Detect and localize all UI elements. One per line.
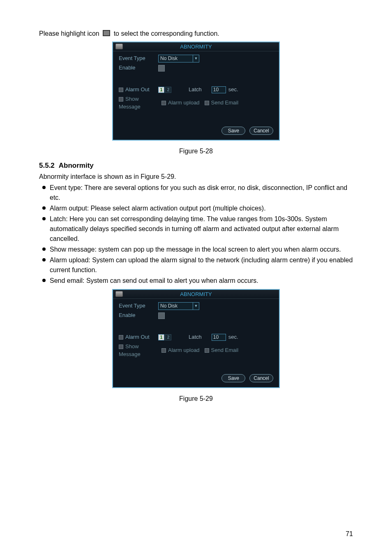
enable-toggle[interactable] [158, 65, 165, 72]
alarm-out-2[interactable]: 2 [165, 334, 171, 340]
alarm-upload-row: Alarm upload [161, 347, 200, 354]
send-email-label: Send Email [211, 99, 238, 106]
show-message-row: Show Message [119, 95, 161, 111]
highlight-icon [103, 30, 110, 36]
figure-5-29-caption: Figure 5-29 [39, 394, 353, 403]
dialog-titlebar: ABNORMITY [113, 290, 279, 299]
figure-5-28: ABNORMITY Event Type No Disk ▼ Enable [39, 42, 353, 141]
section-title: Abnormity [59, 161, 94, 171]
send-email-row: Send Email [205, 99, 238, 107]
latch-label: Latch [189, 86, 202, 94]
alarm-upload-label: Alarm upload [168, 99, 200, 106]
section-heading: 5.5.2 Abnormity [39, 161, 353, 171]
sec-label: sec. [228, 86, 238, 94]
event-type-value: No Disk [160, 303, 178, 309]
page-number: 71 [346, 529, 353, 539]
alarm-upload-checkbox[interactable] [161, 101, 166, 105]
intro-before: Please highlight icon [39, 30, 99, 37]
event-type-select[interactable]: No Disk ▼ [158, 55, 199, 62]
latch-input[interactable]: 10 [212, 334, 226, 341]
alarm-upload-label: Alarm upload [168, 347, 200, 353]
alarm-out-row: Alarm Out [119, 333, 158, 341]
save-button[interactable]: Save [221, 374, 245, 382]
show-message-checkbox[interactable] [119, 345, 123, 349]
send-email-row: Send Email [205, 347, 238, 354]
list-item: Alarm output: Please select alarm activa… [50, 204, 353, 213]
event-type-select[interactable]: No Disk ▼ [158, 302, 199, 310]
dialog-title: ABNORMITY [180, 291, 212, 297]
cancel-button[interactable]: Cancel [249, 127, 273, 135]
cancel-button[interactable]: Cancel [249, 374, 273, 382]
alarm-upload-row: Alarm upload [161, 99, 200, 107]
enable-label: Enable [119, 312, 158, 319]
alarm-out-label: Alarm Out [125, 86, 150, 92]
list-item: Show message: system can pop up the mess… [50, 245, 353, 254]
latch-label: Latch [189, 333, 202, 341]
latch-input[interactable]: 10 [212, 86, 226, 93]
alarm-out-2[interactable]: 2 [165, 87, 171, 93]
alarm-out-1[interactable]: 1 [158, 334, 164, 340]
dialog-title: ABNORMITY [180, 44, 212, 50]
list-item: Alarm upload: System can upload the alar… [50, 255, 353, 275]
save-button[interactable]: Save [221, 127, 245, 135]
send-email-label: Send Email [211, 347, 238, 353]
show-message-checkbox[interactable] [119, 97, 123, 102]
show-message-row: Show Message [119, 343, 161, 358]
alarm-out-1[interactable]: 1 [158, 87, 164, 93]
intro-after: to select the corresponding function. [114, 30, 219, 37]
section-number: 5.5.2 [39, 161, 55, 171]
alarm-out-checkbox[interactable] [119, 88, 123, 92]
alarm-out-row: Alarm Out [119, 86, 158, 94]
alarm-out-label: Alarm Out [125, 334, 150, 340]
system-icon [115, 291, 123, 297]
list-item: Latch: Here you can set corresponding de… [50, 214, 353, 244]
event-type-label: Event Type [119, 55, 158, 62]
figure-5-29: ABNORMITY Event Type No Disk ▼ Enable [39, 289, 353, 388]
abnormity-dialog-2: ABNORMITY Event Type No Disk ▼ Enable [112, 289, 280, 388]
chevron-down-icon[interactable]: ▼ [193, 55, 199, 62]
figure-5-28-caption: Figure 5-28 [39, 146, 353, 156]
bullet-list: Event type: There are several options fo… [39, 183, 353, 286]
enable-toggle[interactable] [158, 312, 165, 319]
send-email-checkbox[interactable] [205, 101, 209, 105]
intro-line: Please highlight icon to select the corr… [39, 29, 353, 38]
event-type-label: Event Type [119, 302, 158, 310]
send-email-checkbox[interactable] [205, 348, 209, 353]
event-type-value: No Disk [160, 56, 178, 61]
alarm-upload-checkbox[interactable] [161, 348, 166, 353]
system-icon [115, 44, 123, 49]
abnormity-dialog-1: ABNORMITY Event Type No Disk ▼ Enable [112, 42, 280, 141]
list-item: Send email: System can send out email to… [50, 276, 353, 286]
chevron-down-icon[interactable]: ▼ [193, 303, 199, 310]
sec-label: sec. [228, 333, 238, 341]
section-intro: Abnormity interface is shown as in Figur… [39, 172, 353, 181]
enable-label: Enable [119, 64, 158, 72]
dialog-titlebar: ABNORMITY [113, 42, 279, 51]
list-item: Event type: There are several options fo… [50, 183, 353, 203]
alarm-out-checkbox[interactable] [119, 335, 123, 340]
